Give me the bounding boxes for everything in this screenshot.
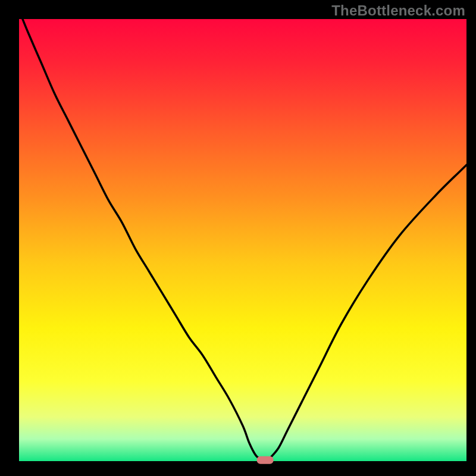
bottleneck-chart [0,0,476,476]
watermark-label: TheBottleneck.com [331,2,465,19]
gradient-area [19,19,466,461]
minimum-marker [257,456,274,464]
chart-frame: TheBottleneck.com [0,0,476,476]
